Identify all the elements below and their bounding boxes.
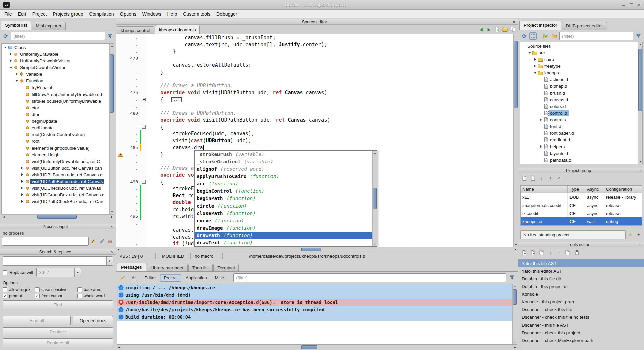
symbol-item[interactable]: UniformlyDrawable xyxy=(2,51,109,57)
scroll-arrow-icon[interactable]: ▶ xyxy=(110,215,114,219)
tool-item[interactable]: Konsole xyxy=(518,290,644,298)
fold-marker-icon[interactable]: − xyxy=(141,124,146,131)
expand-arrow-icon[interactable] xyxy=(14,73,19,75)
replace-all-button[interactable]: Replace all xyxy=(3,338,113,347)
find-all-button[interactable]: Find all xyxy=(3,316,71,325)
close-window-icon[interactable]: × xyxy=(638,2,641,7)
menu-help[interactable]: Help xyxy=(164,10,180,18)
tab-mini-explorer[interactable]: Mini explorer xyxy=(32,22,65,30)
scroll-arrow-icon[interactable]: ▲ xyxy=(373,151,377,155)
symbol-item[interactable]: Class xyxy=(2,44,109,51)
code-line[interactable]: 480 /// Draws a UDPathButton. xyxy=(116,110,513,117)
messages-filter-input[interactable] xyxy=(233,273,506,282)
message-row-info[interactable]: iusing /usr/bin/dmd (dmd) xyxy=(117,291,512,299)
collapse-arrow-icon[interactable] xyxy=(533,72,537,74)
search-history-dropdown-icon[interactable]: ▾ xyxy=(106,257,113,265)
scroll-arrow-icon[interactable]: ◀ xyxy=(116,247,121,252)
editor-scrollbar-v[interactable]: ▲▼ xyxy=(513,34,518,247)
close-search-icon[interactable]: × xyxy=(109,249,114,254)
symbol-item[interactable]: SimpleDrawableVisitor xyxy=(2,64,109,71)
code-editor[interactable]: . canvas.fillBrush = _brushFont;. canvas… xyxy=(116,34,518,247)
tool-item[interactable]: Dolphin - this project dir xyxy=(518,283,644,290)
file-item[interactable]: bitmap.d xyxy=(520,83,638,90)
symbol-item[interactable]: visit(UDPathCheckBox udc, ref Can xyxy=(2,198,109,205)
collapse-arrow-icon[interactable] xyxy=(14,80,19,82)
expand-arrow-icon[interactable] xyxy=(20,200,24,203)
add-project-icon[interactable]: + xyxy=(521,174,528,182)
expand-arrow-icon[interactable] xyxy=(9,59,13,62)
filter-project[interactable]: Project xyxy=(160,274,181,282)
move-tool-up-icon[interactable]: ↑ xyxy=(555,249,563,256)
collapse-arrow-icon[interactable] xyxy=(9,67,13,68)
scroll-arrow-icon[interactable]: ◀ xyxy=(117,345,121,349)
symbol-item[interactable]: fillDrawArea(UniformlyDrawable ud xyxy=(2,91,109,98)
title-bar[interactable]: Ce Coedit - /.../kheops/kheops.ce × xyxy=(0,0,644,10)
close-tools-editor-icon[interactable]: × xyxy=(637,242,643,247)
symbol-item[interactable]: visit(UDButton udc, ref Canvas can xyxy=(2,165,109,171)
file-item[interactable]: canvas.d xyxy=(520,96,638,103)
symbol-item[interactable]: beginUpdate xyxy=(2,118,109,124)
file-tree-scrollbar[interactable]: ▲▼ xyxy=(638,42,642,164)
symbol-tree-scrollbar-h[interactable]: ◀▶ xyxy=(1,214,114,219)
tab-todo-list[interactable]: Todo list xyxy=(188,264,213,271)
symbol-item[interactable]: visit(UDCheckBox udc, ref Canvas xyxy=(2,185,109,191)
completion-item[interactable]: beginPath(function) xyxy=(195,195,372,202)
menu-project[interactable]: Project xyxy=(29,10,50,18)
file-item[interactable]: brush.d xyxy=(520,90,638,96)
scroll-arrow-icon[interactable]: ▼ xyxy=(514,243,518,247)
project-row[interactable]: iz.coeditCEasyncrelease xyxy=(521,209,642,217)
completion-item[interactable]: _strokeGradient(variable) xyxy=(195,158,372,165)
expand-arrow-icon[interactable] xyxy=(539,145,543,148)
project-row[interactable]: kheops.ceCEwaitdebug xyxy=(521,217,642,225)
completion-item[interactable]: drawText(function) xyxy=(195,239,372,246)
menu-debugger[interactable]: Debugger xyxy=(213,10,240,18)
scroll-arrow-icon[interactable]: ▲ xyxy=(110,44,114,48)
symbol-item[interactable]: elementHeight xyxy=(2,151,109,158)
scroll-track[interactable] xyxy=(638,47,642,160)
symbol-item[interactable]: tryRepaint xyxy=(2,84,109,91)
messages-filter-options-icon[interactable] xyxy=(508,274,515,281)
add-tool-icon[interactable]: + xyxy=(521,249,528,256)
completion-scrollbar[interactable]: ▲▼ xyxy=(372,151,377,246)
tool-item[interactable]: Yatol this editor AST xyxy=(518,267,644,275)
file-item[interactable]: colors.d xyxy=(520,103,638,110)
code-line[interactable]: . canvas.text(rc, udc.caption[], Justify… xyxy=(116,41,513,48)
add-source-folder-icon[interactable]: + xyxy=(542,32,549,40)
file-item[interactable]: Source files xyxy=(520,43,638,49)
expand-arrow-icon[interactable] xyxy=(20,180,24,183)
filter-misc[interactable]: Misc xyxy=(211,274,228,282)
expand-arrow-icon[interactable] xyxy=(533,58,537,61)
tool-item[interactable]: Yatol this file AST xyxy=(518,259,644,267)
scroll-arrow-icon[interactable]: ▲ xyxy=(638,42,643,47)
symbol-item[interactable]: dtor xyxy=(2,111,109,118)
tab-library-manager[interactable]: Library manager xyxy=(147,264,188,271)
scroll-arrow-icon[interactable]: ◀ xyxy=(1,215,6,219)
scroll-arrow-icon[interactable]: ▲ xyxy=(513,284,517,288)
open-document-icon[interactable] xyxy=(501,26,509,33)
message-row-error[interactable]: /usr/include/dmd/druntime/import/core/ex… xyxy=(117,299,512,306)
code-line[interactable]: . xyxy=(116,103,513,110)
symbol-filter-options-icon[interactable] xyxy=(106,32,114,40)
file-item[interactable]: pathdata.d xyxy=(520,157,638,163)
search-term-input[interactable] xyxy=(3,257,106,265)
symbol-item[interactable]: endUpdate xyxy=(2,124,109,131)
expand-arrow-icon[interactable] xyxy=(9,53,13,55)
menu-options[interactable]: Options xyxy=(117,10,139,18)
tool-item[interactable]: Dscanner - check this file no tests xyxy=(518,313,644,321)
opened-docs-button[interactable]: Opened docs xyxy=(73,316,113,325)
remove-tool-icon[interactable]: − xyxy=(529,249,537,256)
filter-editor[interactable]: Editor xyxy=(141,274,159,282)
expand-arrow-icon[interactable] xyxy=(20,167,24,169)
editor-scrollbar-h[interactable]: ◀▶ xyxy=(116,247,518,252)
filter-application[interactable]: Application xyxy=(182,274,211,282)
completion-item[interactable]: drawPath(function) xyxy=(195,232,372,239)
checkbox-backward[interactable]: backward xyxy=(77,287,113,292)
code-line[interactable]: . /// Draws a UDBitButton. xyxy=(116,82,513,90)
checkbox-prompt[interactable]: ✓prompt xyxy=(3,294,35,298)
menu-compilation[interactable]: Compilation xyxy=(86,10,117,18)
message-row-info[interactable]: i/home/basile/dev/projects/kheops/kheops… xyxy=(117,306,512,313)
scroll-thumb[interactable] xyxy=(373,188,377,209)
code-line[interactable]: . override void visit(UDPathButton udc, … xyxy=(116,117,513,124)
completion-item[interactable]: applyBrushToCairo(function) xyxy=(195,173,372,180)
completion-item[interactable]: beginControl(function) xyxy=(195,187,372,195)
